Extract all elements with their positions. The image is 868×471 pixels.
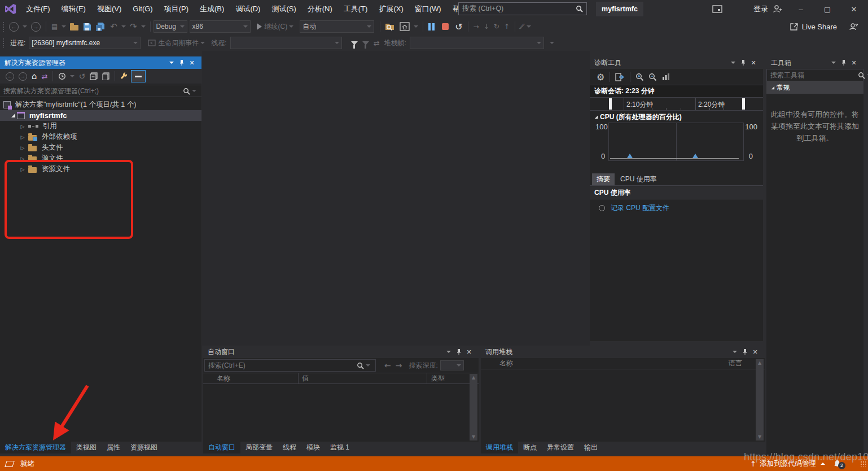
expander-closed-icon[interactable]: ▷ (19, 156, 26, 162)
search-prev-icon[interactable]: ← (383, 359, 393, 372)
navigate-back-icon[interactable]: ← (7, 20, 20, 33)
tab-cpu-usage[interactable]: CPU 使用率 (616, 173, 661, 185)
pin-icon[interactable] (839, 58, 849, 67)
timeline-range-start-marker[interactable] (609, 98, 612, 110)
pin-icon[interactable] (740, 347, 750, 356)
minimize-button[interactable]: – (791, 1, 810, 17)
filter-dropdown-icon[interactable] (70, 75, 74, 77)
filter-flagged-icon[interactable] (361, 36, 371, 50)
home-window-icon[interactable] (398, 20, 411, 33)
save-icon[interactable] (81, 20, 93, 33)
stop-debug-icon[interactable] (440, 20, 450, 33)
tab-solution-explorer[interactable]: 解决方案资源管理器 (0, 442, 71, 453)
tab-call-stack[interactable]: 调用堆栈 (481, 442, 518, 453)
live-share-button[interactable]: Live Share (790, 23, 837, 31)
lifecycle-events-label[interactable]: 生命周期事件 (158, 38, 199, 48)
tab-output[interactable]: 输出 (579, 442, 603, 453)
tab-class-view[interactable]: 类视图 (71, 442, 102, 453)
find-in-files-icon[interactable] (384, 20, 397, 33)
autos-titlebar[interactable]: 自动窗口 ✕ (203, 346, 479, 358)
tab-resource-view[interactable]: 资源视图 (125, 442, 163, 453)
sign-in-button[interactable]: 登录 (753, 0, 782, 18)
se-home-icon[interactable]: ⌂ (30, 69, 39, 83)
autos-vertical-scrollbar[interactable]: ▲▼ (470, 374, 477, 441)
tab-locals[interactable]: 局部变量 (240, 442, 278, 453)
se-refresh-icon[interactable]: ↺ (77, 69, 87, 83)
settings-gear-icon[interactable]: ⚙ (595, 70, 606, 84)
expander-closed-icon[interactable]: ▷ (19, 134, 26, 140)
attach-combo[interactable]: 自动 (300, 20, 374, 33)
step-into-icon[interactable]: → (472, 20, 481, 33)
properties-wrench-icon[interactable] (119, 69, 130, 83)
navigate-forward-icon[interactable]: → (29, 20, 42, 33)
col-type[interactable]: 类型 (431, 374, 445, 383)
window-position-icon[interactable] (828, 58, 839, 67)
create-report-icon[interactable] (660, 70, 672, 84)
thread-combo[interactable] (230, 37, 342, 49)
continue-button[interactable]: 继续(C) (255, 20, 297, 33)
cpu-chart-plot[interactable] (608, 123, 744, 161)
collapse-all-icon[interactable] (88, 69, 99, 83)
tab-autos[interactable]: 自动窗口 (203, 442, 240, 453)
undo-dropdown-icon[interactable] (121, 25, 126, 28)
toolbox-group-general[interactable]: 常规 (766, 81, 863, 94)
redo-dropdown-icon[interactable] (141, 25, 146, 28)
toolbar-overflow-icon[interactable] (550, 42, 554, 44)
preview-selected-items-button[interactable] (131, 70, 146, 82)
menu-project[interactable]: 项目(P) (159, 0, 194, 18)
window-position-icon[interactable] (728, 58, 738, 67)
stack-frame-combo[interactable] (410, 37, 544, 49)
toolbar-grip[interactable] (2, 21, 5, 32)
col-language[interactable]: 语言 (729, 359, 742, 368)
col-name[interactable]: 名称 (499, 359, 513, 368)
tree-project-node[interactable]: myfisrtmfc (0, 110, 201, 121)
tab-properties[interactable]: 属性 (102, 442, 125, 453)
send-feedback-icon[interactable] (712, 3, 722, 15)
step-out-icon[interactable]: ↑ (502, 20, 511, 33)
menu-debug[interactable]: 调试(D) (230, 0, 266, 18)
diagnostics-timeline[interactable]: 2:10分钟 2:20分钟 (590, 98, 763, 111)
suspend-threads-icon[interactable]: ⇄ (372, 36, 382, 50)
maximize-button[interactable]: ▢ (818, 1, 837, 17)
col-name[interactable]: 名称 (217, 374, 230, 383)
cpu-event-marker[interactable] (627, 154, 633, 158)
background-tasks-icon[interactable] (5, 461, 15, 467)
window-position-icon[interactable] (444, 347, 454, 356)
tree-solution-node[interactable]: 解决方案"myfisrtmfc"(1 个项目/共 1 个) (0, 99, 201, 110)
show-all-files-icon[interactable] (100, 69, 111, 83)
search-depth-combo[interactable] (440, 360, 464, 370)
tree-source-files-node[interactable]: ▷ 源文件 (0, 153, 201, 164)
filter-threads-icon[interactable] (349, 36, 360, 50)
process-combo[interactable]: [26360] myfisrtmfc.exe (29, 37, 141, 49)
quick-search-box[interactable]: 搜索 (Ctrl+Q) (458, 2, 587, 15)
close-icon[interactable]: ✕ (464, 347, 474, 356)
step-over-icon[interactable]: ↓ (482, 20, 491, 33)
se-forward-icon[interactable]: → (17, 69, 29, 83)
window-position-icon[interactable] (166, 58, 177, 67)
menu-extensions[interactable]: 扩展(X) (373, 0, 409, 18)
tab-threads[interactable]: 线程 (278, 442, 301, 453)
expander-closed-icon[interactable]: ▷ (19, 145, 26, 151)
pause-all-icon[interactable] (427, 20, 436, 33)
close-button[interactable]: ✕ (844, 1, 863, 17)
zoom-out-icon[interactable] (647, 70, 659, 84)
autos-search-input[interactable] (208, 361, 357, 369)
pin-icon[interactable] (738, 58, 748, 67)
tab-watch1[interactable]: 监视 1 (325, 442, 354, 453)
new-project-icon[interactable]: ▤ (50, 20, 59, 33)
call-stack-vertical-scrollbar[interactable]: ▲▼ (756, 359, 764, 441)
expander-closed-icon[interactable]: ▷ (19, 124, 26, 129)
pin-icon[interactable] (177, 58, 187, 67)
new-dropdown-icon[interactable] (62, 25, 66, 28)
save-all-icon[interactable] (94, 20, 107, 33)
export-session-icon[interactable] (613, 70, 626, 84)
toolbox-search-input[interactable] (770, 71, 858, 79)
sync-active-document-icon[interactable]: ⇄ (40, 69, 50, 83)
lifecycle-events-icon[interactable] (146, 36, 157, 50)
cpu-section-header[interactable]: CPU (所有处理器的百分比) (590, 111, 763, 123)
pin-icon[interactable] (454, 347, 464, 356)
pending-changes-filter-icon[interactable] (56, 69, 68, 83)
record-cpu-profile-row[interactable]: 记录 CPU 配置文件 (590, 201, 763, 215)
menu-tools[interactable]: 工具(T) (338, 0, 374, 18)
home-dropdown-icon[interactable] (414, 25, 418, 28)
